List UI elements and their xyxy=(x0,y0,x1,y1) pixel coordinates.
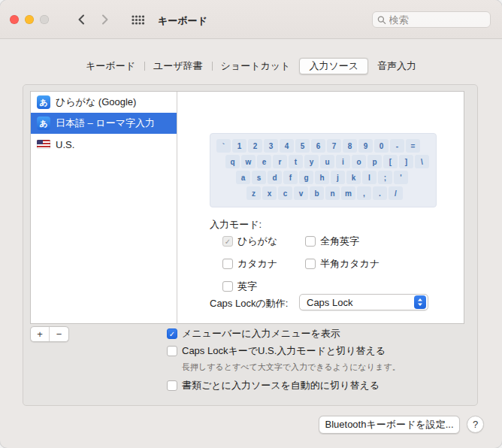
keyboard-key: . xyxy=(373,186,387,200)
keyboard-key: n xyxy=(325,186,340,200)
checkbox-label: 全角英字 xyxy=(320,235,359,248)
input-mode-column-2: 全角英字 半角カタカナ xyxy=(305,235,380,271)
close-button[interactable] xyxy=(10,15,19,24)
keyboard-key: 9 xyxy=(358,139,373,153)
search-icon xyxy=(377,15,386,25)
checkbox-label: カタカナ xyxy=(237,257,277,271)
keyboard-key: m xyxy=(341,186,355,200)
tab-user-dictionary[interactable]: ユーザ辞書 xyxy=(144,58,212,74)
eiji-checkbox[interactable] xyxy=(222,281,233,292)
search-input[interactable] xyxy=(389,14,485,26)
tab-input-sources[interactable]: 入力ソース xyxy=(299,58,368,74)
checkbox-row-eiji[interactable]: 英字 xyxy=(222,280,277,293)
keyboard-key: , xyxy=(357,186,371,200)
checkbox-label: メニューバーに入力メニューを表示 xyxy=(182,327,340,341)
input-mode-column-1: ひらがな カタカナ 英字 xyxy=(222,235,277,293)
back-button[interactable] xyxy=(72,12,90,27)
hiragana-checkbox xyxy=(222,236,233,247)
help-button[interactable]: ? xyxy=(467,416,484,433)
search-field[interactable] xyxy=(372,11,491,28)
keyboard-key: ; xyxy=(378,171,392,184)
checkbox-row-show-input-menu[interactable]: メニューバーに入力メニューを表示 xyxy=(167,327,475,341)
add-input-source-button[interactable]: + xyxy=(31,327,50,341)
keyboard-key: 6 xyxy=(311,139,325,153)
checkbox-row-zenkaku-eiji[interactable]: 全角英字 xyxy=(305,235,380,248)
input-source-list: あ ひらがな (Google) あ 日本語 – ローマ字入力 U.S. xyxy=(31,92,177,323)
titlebar: キーボード xyxy=(0,0,502,39)
keyboard-key: s xyxy=(252,171,266,184)
keyboard-key: c xyxy=(278,186,292,200)
forward-button[interactable] xyxy=(96,12,114,27)
checkbox-row-hiragana[interactable]: ひらがな xyxy=(222,235,277,248)
katakana-checkbox[interactable] xyxy=(222,259,233,269)
keyboard-key: 4 xyxy=(280,139,294,153)
keyboard-key: ` xyxy=(216,139,231,153)
source-label: U.S. xyxy=(56,139,74,150)
keyboard-key: x xyxy=(262,186,277,200)
checkbox-label: ひらがな xyxy=(237,235,277,248)
chevron-right-icon xyxy=(101,14,109,25)
global-input-options: メニューバーに入力メニューを表示 Caps LockキーでU.S.入力モードと切… xyxy=(167,327,475,396)
checkbox-label: 半角カタカナ xyxy=(320,257,380,271)
keyboard-row: qwertyuiop[]\ xyxy=(225,155,430,168)
kana-a-icon: あ xyxy=(37,117,50,130)
caps-lock-note: 長押しするとすべて大文字で入力できるようになります。 xyxy=(182,362,475,373)
keyboard-key: k xyxy=(346,171,361,184)
keyboard-row: `1234567890-= xyxy=(216,139,430,153)
keyboard-key: i xyxy=(336,155,350,168)
keyboard-key: 8 xyxy=(343,139,357,153)
source-row-hiragana-google[interactable]: あ ひらがな (Google) xyxy=(31,92,177,113)
keyboard-key: u xyxy=(320,155,334,168)
tab-shortcuts[interactable]: ショートカット xyxy=(212,58,300,74)
keyboard-key: \ xyxy=(415,155,429,168)
keyboard-key: z xyxy=(246,186,261,200)
keyboard-key: / xyxy=(389,186,403,200)
keyboard-key: [ xyxy=(383,155,398,168)
keyboard-key: ] xyxy=(399,155,413,168)
grid-icon xyxy=(132,15,144,25)
minimize-button[interactable] xyxy=(25,15,34,24)
chevron-left-icon xyxy=(77,14,85,25)
auto-switch-checkbox[interactable] xyxy=(167,380,177,391)
checkbox-row-hankaku-katakana[interactable]: 半角カタカナ xyxy=(305,257,380,271)
keyboard-preferences-window: キーボード キーボード ユーザ辞書 ショートカット 入力ソース 音声入力 あ ひ… xyxy=(0,0,502,448)
bluetooth-keyboard-setup-button[interactable]: Bluetoothキーボードを設定... xyxy=(319,416,460,434)
keyboard-key: w xyxy=(241,155,256,168)
source-list-detail-container: あ ひらがな (Google) あ 日本語 – ローマ字入力 U.S. `123… xyxy=(30,91,464,324)
zenkaku-eiji-checkbox[interactable] xyxy=(305,236,316,247)
keyboard-key: - xyxy=(390,139,404,153)
keyboard-key: e xyxy=(257,155,271,168)
keyboard-key: h xyxy=(315,171,329,184)
keyboard-key: v xyxy=(294,186,308,200)
show-all-button[interactable] xyxy=(128,13,147,26)
checkbox-label: 英字 xyxy=(237,280,257,293)
keyboard-key: r xyxy=(273,155,287,168)
keyboard-key: 1 xyxy=(232,139,246,153)
keyboard-key: l xyxy=(362,171,376,184)
window-title: キーボード xyxy=(158,14,207,28)
keyboard-layout-preview: `1234567890-=qwertyuiop[]\asdfghjkl;'zxc… xyxy=(210,133,437,207)
keyboard-key: 0 xyxy=(374,139,389,153)
kana-a-icon: あ xyxy=(37,95,50,109)
caps-lock-popup-button[interactable]: Caps Lock xyxy=(299,294,428,310)
tab-dictation[interactable]: 音声入力 xyxy=(368,58,425,74)
checkbox-row-katakana[interactable]: カタカナ xyxy=(222,257,277,271)
source-row-japanese-romaji[interactable]: あ 日本語 – ローマ字入力 xyxy=(31,113,177,134)
remove-input-source-button[interactable]: − xyxy=(50,327,68,341)
keyboard-key: a xyxy=(236,171,250,184)
show-input-menu-checkbox[interactable] xyxy=(167,328,177,339)
keyboard-row: zxcvbnm,./ xyxy=(246,186,430,200)
us-flag-icon xyxy=(37,140,50,149)
keyboard-key: g xyxy=(299,171,313,184)
hankaku-katakana-checkbox[interactable] xyxy=(305,259,316,269)
keyboard-row: asdfghjkl;' xyxy=(236,171,430,184)
caps-lock-action-label: Caps Lockの動作: xyxy=(210,297,288,310)
source-row-us[interactable]: U.S. xyxy=(31,134,177,155)
caps-lock-switch-checkbox[interactable] xyxy=(167,346,177,356)
keyboard-key: y xyxy=(304,155,319,168)
checkbox-row-caps-lock-switch[interactable]: Caps LockキーでU.S.入力モードと切り替える xyxy=(167,344,475,358)
keyboard-key: 5 xyxy=(295,139,310,153)
checkbox-row-auto-switch[interactable]: 書類ごとに入力ソースを自動的に切り替える xyxy=(167,379,475,392)
tab-keyboard[interactable]: キーボード xyxy=(77,58,144,74)
keyboard-key: 2 xyxy=(248,139,262,153)
